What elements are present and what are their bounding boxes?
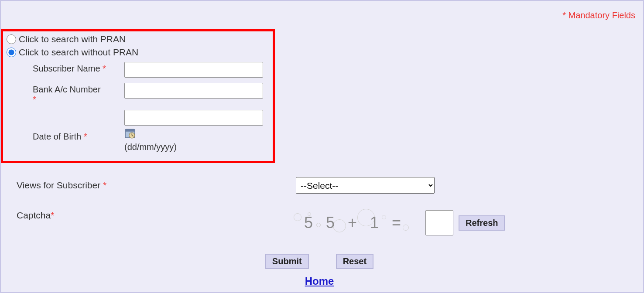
captcha-row: Captcha* 5 5 + 1 = Refresh xyxy=(1,210,638,235)
subscriber-name-text: Subscriber Name xyxy=(33,64,100,73)
radio-with-pran[interactable] xyxy=(7,34,16,44)
captcha-expression: 5 5 + 1 = xyxy=(304,214,405,232)
captcha-image: 5 5 + 1 = xyxy=(289,211,420,234)
dob-column: (dd/mm/yyyy) xyxy=(124,110,263,152)
footer-row: Home xyxy=(1,275,638,287)
views-label: Views for Subscriber * xyxy=(17,180,296,191)
views-select[interactable]: --Select-- xyxy=(296,177,435,194)
required-asterisk: * xyxy=(51,210,54,220)
subscriber-name-label: Subscriber Name * xyxy=(33,62,124,74)
search-options-box: Click to search with PRAN Click to searc… xyxy=(1,29,275,163)
required-asterisk: * xyxy=(103,180,106,190)
views-row: Views for Subscriber * --Select-- xyxy=(1,177,638,194)
captcha-content: 5 5 + 1 = Refresh xyxy=(289,210,505,235)
radio-without-pran-row[interactable]: Click to search without PRAN xyxy=(7,47,269,58)
bank-acc-input[interactable] xyxy=(124,83,263,99)
radio-with-pran-row[interactable]: Click to search with PRAN xyxy=(7,34,269,44)
home-link[interactable]: Home xyxy=(305,275,334,287)
dob-input[interactable] xyxy=(124,110,263,126)
bank-acc-label: Bank A/c Number * xyxy=(33,83,124,105)
buttons-row: Submit Reset xyxy=(1,254,638,269)
reset-button[interactable]: Reset xyxy=(336,254,373,269)
radio-with-pran-label: Click to search with PRAN xyxy=(19,34,126,44)
submit-button[interactable]: Submit xyxy=(265,254,309,269)
calendar-icon[interactable] xyxy=(124,127,136,139)
captcha-label-text: Captcha xyxy=(17,210,51,220)
bank-acc-row: Bank A/c Number * xyxy=(33,83,269,105)
svg-rect-1 xyxy=(125,129,135,131)
required-asterisk: * xyxy=(103,64,106,73)
views-label-text: Views for Subscriber xyxy=(17,180,100,190)
dob-hint: (dd/mm/yyyy) xyxy=(124,142,263,152)
radio-without-pran[interactable] xyxy=(7,48,16,57)
dob-row: Date of Birth * (dd/mm/yyyy) xyxy=(33,110,269,152)
bank-acc-text: Bank A/c Number xyxy=(33,85,101,94)
form-fields: Subscriber Name * Bank A/c Number * Date… xyxy=(7,62,269,152)
form-container: * Mandatory Fields Click to search with … xyxy=(0,0,644,293)
required-asterisk: * xyxy=(33,95,36,104)
required-asterisk: * xyxy=(84,132,87,141)
subscriber-name-input[interactable] xyxy=(124,62,263,78)
dob-text: Date of Birth xyxy=(33,132,81,141)
captcha-input[interactable] xyxy=(425,210,453,235)
subscriber-name-row: Subscriber Name * xyxy=(33,62,269,78)
refresh-button[interactable]: Refresh xyxy=(459,215,505,231)
mandatory-fields-note: * Mandatory Fields xyxy=(1,5,638,20)
dob-label: Date of Birth * xyxy=(33,110,124,142)
radio-without-pran-label: Click to search without PRAN xyxy=(19,47,138,58)
captcha-label: Captcha* xyxy=(17,210,289,221)
